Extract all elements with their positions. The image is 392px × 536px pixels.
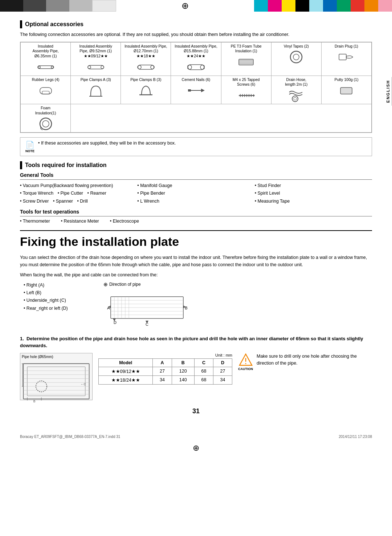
svg-marker-26 [201,89,205,92]
test-tool-thermometer: Thermometer [20,219,50,224]
swatch-black1 [0,0,23,12]
swatch-lightblue [309,0,323,12]
b-2: 140 [172,375,194,384]
swatch-yellow [282,0,295,12]
svg-rect-18 [339,54,346,60]
tool-spanner: Spanner [53,199,73,204]
swatch-black2 [23,0,46,12]
svg-point-36 [292,96,298,102]
general-tools-heading: General Tools [20,172,372,178]
direction-list: Right (A) Left (B) Underside_right (C) R… [20,281,93,312]
col-c: C [194,358,213,367]
col-d: D [213,358,232,367]
a-2: 34 [153,375,172,384]
tool-stud-finder: Stud Finder [255,182,372,190]
table-row-2: ★★18/24★★ 34 140 68 34 [99,375,232,384]
swatch-black3 [295,0,309,12]
direction-section: Right (A) Left (B) Underside_right (C) R… [20,281,372,329]
acc-empty [71,104,372,132]
dimensions-table-area: Unit : mm Model A B C D ★★09/12★★ 27 [98,353,232,385]
a-1: 27 [153,367,172,375]
svg-point-17 [293,54,299,60]
tools-section: Tools required for installation [20,161,372,169]
optional-accessories-section: Optional accessories [20,20,372,28]
acc-item-2: Insulated AssemblyPipe, Ø9.52mm (1)★★09/… [71,42,121,76]
svg-marker-35 [253,94,255,97]
b-1: 120 [172,367,194,375]
tool-measuring-tape: Measuring Tape [255,198,372,205]
tools-col-2: Manifold Gauge Pipe Bender L Wrench [137,182,254,205]
top-crosshair-icon: ⊕ [181,1,189,11]
tool-pipe-bender: Pipe Bender [137,190,254,197]
svg-point-1 [38,66,40,68]
svg-point-4 [88,66,91,69]
acc-item-3: Insulated Assembly Pipe,Ø12.70mm (1)★★18… [121,42,171,76]
svg-text:←C: ←C [81,382,86,386]
acc-item-11: Cement Nails (6) [171,76,221,104]
test-tool-electroscope: Electroscope [110,219,139,224]
acc-item-15: FoamInsulation(1) [21,104,71,132]
swatch-gray1 [46,0,69,12]
english-sidebar: ENGLISH [384,77,392,106]
svg-text:B: B [185,306,187,310]
fixing-plate-body2: When facing the wall, the pipe and cable… [20,271,372,279]
tool-screw-driver: Screw Driver Spanner Drill [20,198,137,205]
d-2: 34 [213,375,232,384]
acc-item-13: Drain Hose,length 2m (1) [271,76,321,104]
page-number: 31 [20,407,372,415]
tool-drill: Drill [77,199,87,204]
dir-underside: Underside_right (C) [24,297,93,304]
table-row-1: ★★09/12★★ 27 120 68 27 [99,367,232,375]
swatch-red [351,0,364,12]
swatch-green [337,0,351,12]
svg-point-5 [101,66,104,69]
c-2: 68 [194,375,213,384]
dir-left: Left (B) [24,289,93,297]
acc-item-12: M4 x 25 TappedScrews (6) [221,76,271,104]
caution-box: CAUTION Make sure to drill only one hole… [238,353,372,372]
acc-item-8: Rubber Legs (4) [21,76,71,104]
dim-table: Model A B C D ★★09/12★★ 27 120 68 27 [98,358,232,385]
tool-lwrench: L Wrench [137,198,254,205]
swatch-pink [378,0,392,12]
tools-col-1: Vacuum Pump(Backward flowing prevention)… [20,182,137,205]
svg-rect-38 [340,88,352,94]
pipe-hole-label: Pipe hole (Ø65mm) [22,355,91,359]
acc-item-5: PE T3 Foam TubeInsulation (1) [221,42,271,76]
svg-text:D: D [114,320,117,325]
caution-text: Make sure to drill only one hole after c… [257,353,372,367]
dir-right: Right (A) [24,281,93,289]
note-box: 📄 NOTE • If these accessories are suppli… [20,137,372,156]
svg-rect-20 [42,91,49,94]
svg-point-81 [245,363,246,364]
optional-accessories-heading: Optional accessories [25,21,83,28]
test-tools-section: Thermometer Resistance Meter Electroscop… [20,216,372,224]
col-model: Model [99,358,153,367]
pipe-hole-diagram: Pipe hole (Ø65mm) B [20,353,93,400]
acc-item-7: Drain Plug (1) [321,42,371,76]
acc-item-4: Insulated Assembly Pipe,Ø15.88mm (1)★★24… [171,42,221,76]
bottom-crosshair-icon: ⊕ [193,443,199,453]
svg-rect-19 [40,88,52,94]
fixing-plate-heading: Fixing the installation plate [20,230,372,249]
tool-reamer: Reamer [87,191,106,196]
bottom-area: Pipe hole (Ø65mm) B [20,353,372,400]
svg-point-40 [42,121,49,127]
c-1: 68 [194,367,213,375]
tool-manifold: Manifold Gauge [137,182,254,190]
unit-label: Unit : mm [98,353,232,357]
fixing-plate-body1: You can select the direction of the drai… [20,254,372,268]
optional-accessories-intro: The following connection accessories are… [20,31,372,38]
swatch-orange [364,0,378,12]
acc-item-10: Pipe Clamps B (3) [121,76,171,104]
tools-heading: Tools required for installation [25,162,107,168]
general-tools-section: Vacuum Pump(Backward flowing prevention)… [20,179,372,205]
d-1: 27 [213,367,232,375]
acc-item-9: Pipe Clamps A (3) [71,76,121,104]
direction-of-pipe-label: ⊕ Direction of pipe [103,281,372,287]
pipe-direction-diagram: A B D C [103,289,191,329]
step1-heading: 1. Determine the position of the pipe an… [20,335,372,349]
caution-icon [239,353,253,367]
model-1: ★★09/12★★ [99,367,153,375]
section-bar-2 [20,161,22,169]
